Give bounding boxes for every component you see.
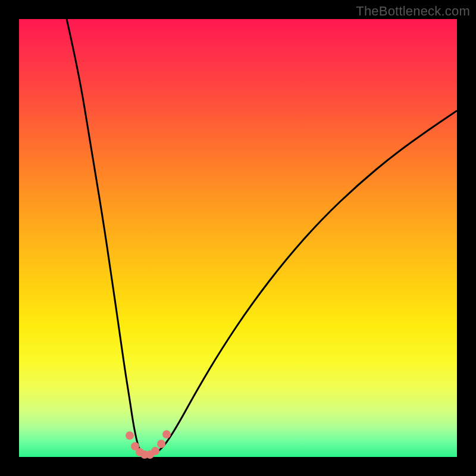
chart-marker [157,440,165,448]
watermark-text: TheBottleneck.com [356,4,470,19]
chart-marker [151,447,159,455]
chart-markers [19,19,457,457]
chart-marker [126,431,134,440]
chart-plot-area [19,19,457,457]
chart-marker [162,430,171,439]
